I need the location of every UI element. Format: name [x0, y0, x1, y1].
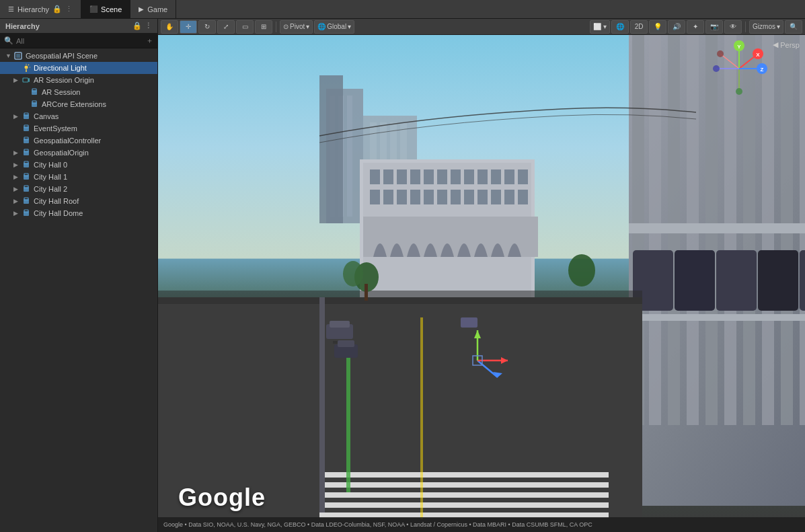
- google-text: Google: [178, 484, 266, 511]
- svg-rect-64: [477, 190, 488, 204]
- svg-rect-67: [518, 190, 528, 204]
- svg-rect-57: [383, 190, 393, 204]
- svg-rect-88: [319, 472, 609, 478]
- audio-btn[interactable]: 🔊: [668, 20, 685, 34]
- hierarchy-tab[interactable]: ☰ Hierarchy 🔒 ⋮: [0, 0, 81, 18]
- expand-arrow-geospatialorigin[interactable]: ▶: [13, 149, 22, 156]
- hierarchy-item-cityhall-dome[interactable]: ▶City Hall Dome: [0, 207, 157, 219]
- svg-rect-53: [491, 169, 501, 184]
- svg-line-109: [477, 360, 498, 377]
- hierarchy-more-icon[interactable]: ⋮: [65, 5, 73, 13]
- 2d-btn[interactable]: 2D: [630, 20, 648, 34]
- hierarchy-item-geospatialcontroller[interactable]: GeospatialController: [0, 135, 157, 147]
- persp-text: Persp: [780, 41, 800, 49]
- hierarchy-item-cityhall1[interactable]: ▶City Hall 1: [0, 171, 157, 183]
- svg-rect-96: [158, 291, 642, 304]
- transform-tool-btn[interactable]: ⊞: [255, 20, 272, 34]
- scene-cam-btn[interactable]: 📷: [705, 20, 723, 34]
- svg-rect-59: [410, 190, 420, 204]
- light-btn[interactable]: 💡: [649, 20, 666, 34]
- hierarchy-item-cityhall-roof[interactable]: ▶City Hall Roof: [0, 195, 157, 207]
- hierarchy-header-icons: 🔒 ⋮: [132, 22, 152, 30]
- svg-rect-61: [437, 190, 447, 204]
- hand-tool-btn[interactable]: ✋: [161, 20, 178, 34]
- hierarchy-search-bar: 🔍 ＋: [0, 34, 157, 48]
- item-icon-canvas: [22, 112, 31, 121]
- toolbar-sep-2: [745, 22, 746, 32]
- svg-point-130: [713, 65, 720, 72]
- rotate-tool-btn[interactable]: ↻: [198, 20, 216, 34]
- svg-rect-49: [437, 169, 447, 184]
- expand-arrow-cityhall2[interactable]: ▶: [13, 186, 22, 192]
- hierarchy-item-directional-light[interactable]: Directional Light: [0, 62, 157, 74]
- pivot-icon: ⊙: [283, 23, 289, 30]
- expand-arrow-geospatial-api-scene[interactable]: ▼: [5, 52, 13, 59]
- expand-arrow-ar-session-origin[interactable]: ▶: [13, 77, 22, 83]
- item-label-directional-light: Directional Light: [34, 64, 87, 72]
- svg-rect-84: [800, 250, 805, 311]
- item-label-canvas: Canvas: [34, 112, 59, 120]
- hierarchy-search-input[interactable]: [16, 37, 143, 45]
- occlusion-btn[interactable]: 👁: [724, 20, 742, 34]
- hierarchy-item-ar-session-origin[interactable]: ▶AR Session Origin: [0, 74, 157, 86]
- svg-rect-89: [319, 482, 609, 488]
- scene-orientation-gizmo[interactable]: X Y Z: [711, 40, 768, 98]
- expand-arrow-cityhall0[interactable]: ▶: [13, 161, 22, 168]
- hierarchy-item-canvas[interactable]: ▶Canvas: [0, 110, 157, 122]
- item-icon-directional-light: [22, 63, 31, 73]
- expand-arrow-canvas[interactable]: ▶: [13, 113, 22, 120]
- hierarchy-item-eventsystem[interactable]: EventSystem: [0, 122, 157, 135]
- item-label-cityhall-dome: City Hall Dome: [34, 209, 83, 217]
- hierarchy-item-geospatialorigin[interactable]: ▶GeospatialOrigin: [0, 147, 157, 159]
- scene-tab[interactable]: ⬛ Scene: [81, 0, 130, 18]
- hierarchy-item-geospatial-api-scene[interactable]: ▼Geospatial API Scene: [0, 50, 157, 62]
- hierarchy-item-ar-session[interactable]: AR Session: [0, 86, 157, 98]
- svg-rect-94: [346, 358, 350, 492]
- attribution-bar: Google • Data SIO, NOAA, U.S. Navy, NGA,…: [158, 517, 805, 532]
- globe-btn[interactable]: 🌐: [611, 20, 629, 34]
- expand-arrow-cityhall1[interactable]: ▶: [13, 174, 22, 180]
- fx-btn[interactable]: ✦: [687, 20, 704, 34]
- svg-point-128: [717, 50, 724, 57]
- scale-tool-btn[interactable]: ⤢: [217, 20, 235, 34]
- scene-area: ✋ ✛ ↻ ⤢ ▭ ⊞ ⊙ Pivot ▾ 🌐 Global ▾ ⬜ ▾ 🌐 2…: [158, 19, 805, 532]
- add-icon[interactable]: ＋: [146, 36, 153, 46]
- svg-rect-63: [464, 190, 474, 204]
- item-label-ar-session: AR Session: [42, 88, 80, 96]
- svg-rect-50: [451, 169, 461, 184]
- top-bar: ☰ Hierarchy 🔒 ⋮ ⬛ Scene ▶ Game: [0, 0, 805, 19]
- svg-rect-85: [629, 223, 805, 233]
- item-label-cityhall0: City Hall 0: [34, 161, 67, 169]
- move-tool-btn[interactable]: ✛: [180, 20, 197, 34]
- hierarchy-menu-btn[interactable]: ⋮: [145, 22, 152, 30]
- svg-rect-65: [491, 190, 501, 204]
- game-tab[interactable]: ▶ Game: [130, 0, 176, 18]
- svg-rect-86: [629, 314, 805, 321]
- expand-arrow-cityhall-dome[interactable]: ▶: [13, 210, 22, 217]
- svg-text:Y: Y: [737, 44, 741, 50]
- hierarchy-item-cityhall0[interactable]: ▶City Hall 0: [0, 159, 157, 171]
- item-label-cityhall1: City Hall 1: [34, 173, 67, 181]
- svg-rect-82: [716, 250, 757, 311]
- svg-marker-112: [501, 357, 508, 364]
- hierarchy-lock-btn[interactable]: 🔒: [132, 22, 142, 30]
- item-label-cityhall2: City Hall 2: [34, 185, 67, 193]
- item-label-geospatial-api-scene: Geospatial API Scene: [26, 52, 98, 60]
- hierarchy-lock-icon[interactable]: 🔒: [52, 5, 62, 13]
- gizmos-btn[interactable]: Gizmos ▾: [749, 20, 783, 34]
- shading-btn[interactable]: ⬜ ▾: [590, 20, 610, 34]
- viewport[interactable]: X Y Z ◀ Persp Google Google • D: [158, 35, 805, 532]
- scene-tab-icon: ⬛: [89, 5, 98, 13]
- persp-label: ◀ Persp: [773, 40, 800, 49]
- main-layout: Hierarchy 🔒 ⋮ 🔍 ＋ ▼Geospatial API SceneD…: [0, 19, 805, 532]
- rect-tool-btn[interactable]: ▭: [236, 20, 254, 34]
- item-icon-arcore-extensions: [30, 100, 39, 109]
- hierarchy-item-arcore-extensions[interactable]: ARCore Extensions: [0, 98, 157, 110]
- pivot-btn[interactable]: ⊙ Pivot ▾: [280, 20, 313, 34]
- global-btn[interactable]: 🌐 Global ▾: [314, 20, 354, 34]
- transform-gizmo: [440, 317, 521, 397]
- hierarchy-item-cityhall2[interactable]: ▶City Hall 2: [0, 183, 157, 195]
- toolbar-sep-1: [276, 22, 276, 32]
- search-btn[interactable]: 🔍: [785, 20, 802, 34]
- expand-arrow-cityhall-roof[interactable]: ▶: [13, 198, 22, 204]
